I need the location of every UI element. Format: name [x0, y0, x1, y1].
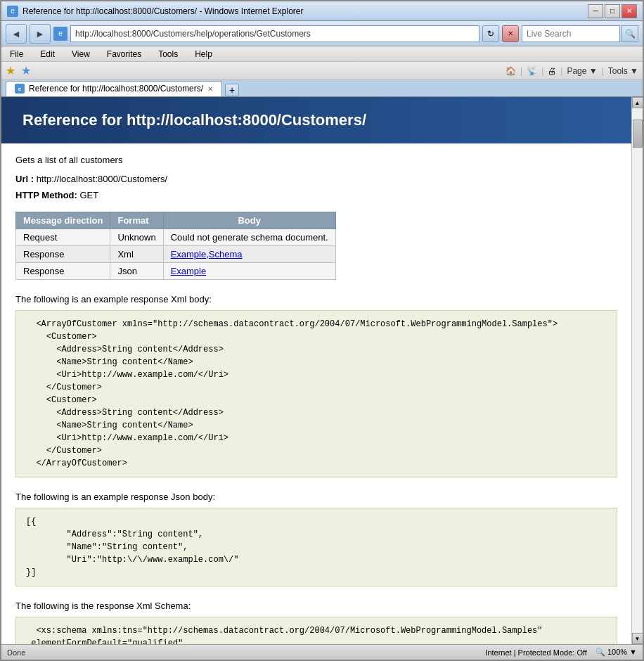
close-button[interactable]: ✕: [622, 4, 637, 18]
tab-ie-icon: e: [15, 84, 25, 94]
navigation-bar: ◄ ► e ↻ ✕ 🔍: [1, 21, 643, 46]
page-menu-button[interactable]: Page ▼: [567, 66, 597, 76]
feeds-button[interactable]: 📡: [527, 66, 537, 76]
search-container: 🔍: [522, 25, 638, 42]
scroll-up-arrow[interactable]: ▲: [632, 97, 643, 108]
table-row: Request Unknown Could not generate schem…: [16, 229, 336, 246]
bookmark-star-2[interactable]: ★: [21, 64, 31, 77]
row2-format: Xml: [110, 246, 163, 263]
search-input[interactable]: [522, 25, 620, 42]
window-controls: ─ □ ✕: [588, 4, 637, 18]
address-bar[interactable]: [70, 25, 479, 42]
bookmarks-bar: ★ ★ 🏠 | 📡 | 🖨 | Page ▼ | Tools ▼: [1, 62, 643, 80]
main-tab[interactable]: e Reference for http://localhost:8000/Cu…: [6, 81, 222, 96]
url-line: Url : http://localhost:8000/Customers/: [15, 174, 617, 184]
page-main-title: Reference for http://localhost:8000/Cust…: [22, 111, 366, 129]
json-section-label: The following is an example response Jso…: [15, 492, 617, 502]
menu-help[interactable]: Help: [192, 49, 215, 60]
zoom-level[interactable]: 🔍 100% ▼: [595, 648, 637, 657]
back-button[interactable]: ◄: [6, 24, 27, 44]
col-header-format: Format: [110, 212, 163, 229]
schema-code-block: <xs:schema xmlns:tns="http://schemas.dat…: [15, 617, 617, 644]
description-text: Gets a list of all customers: [15, 155, 122, 165]
separator-1: |: [520, 66, 522, 76]
http-method-line: HTTP Method: GET: [15, 190, 617, 200]
menu-bar: File Edit View Favorites Tools Help: [1, 46, 643, 62]
message-table: Message direction Format Body Request Un…: [15, 212, 336, 280]
refresh-button[interactable]: ↻: [482, 25, 499, 42]
menu-favorites[interactable]: Favorites: [104, 49, 144, 60]
row2-body: Example,Schema: [163, 246, 335, 263]
status-right: Internet | Protected Mode: Off 🔍 100% ▼: [485, 648, 637, 657]
url-label: Url :: [15, 174, 34, 184]
table-row: Response Json Example: [16, 263, 336, 280]
vertical-scrollbar: ▲ ▼: [631, 97, 643, 644]
separator-2: |: [541, 66, 543, 76]
separator-3: |: [560, 66, 562, 76]
security-status: Internet | Protected Mode: Off: [485, 648, 587, 657]
menu-view[interactable]: View: [69, 49, 93, 60]
row3-format: Json: [110, 263, 163, 280]
tab-label: Reference for http://localhost:8000/Cust…: [29, 84, 203, 94]
col-header-body: Body: [163, 212, 335, 229]
browser-window: e Reference for http://localhost:8000/Cu…: [0, 0, 644, 661]
search-button[interactable]: 🔍: [622, 25, 638, 42]
address-ie-icon: e: [53, 27, 67, 41]
page-description: Gets a list of all customers: [15, 155, 617, 165]
menu-file[interactable]: File: [7, 49, 26, 60]
scroll-thumb[interactable]: [633, 120, 643, 148]
xml-example-link[interactable]: Example: [171, 249, 207, 259]
content-area: Reference for http://localhost:8000/Cust…: [1, 97, 643, 644]
status-text: Done: [7, 648, 25, 657]
row1-format: Unknown: [110, 229, 163, 246]
row1-direction: Request: [16, 229, 110, 246]
table-row: Response Xml Example,Schema: [16, 246, 336, 263]
col-header-direction: Message direction: [16, 212, 110, 229]
title-bar: e Reference for http://localhost:8000/Cu…: [1, 1, 643, 21]
ie-icon: e: [7, 6, 18, 17]
xml-code-block: <ArrayOfCustomer xmlns="http://schemas.d…: [15, 310, 617, 477]
home-icon[interactable]: 🏠: [505, 66, 516, 76]
row3-body: Example: [163, 263, 335, 280]
url-value: http://localhost:8000/Customers/: [37, 174, 167, 184]
xml-schema-link[interactable]: Schema: [209, 249, 243, 259]
maximize-button[interactable]: □: [605, 4, 620, 18]
forward-button[interactable]: ►: [30, 24, 51, 44]
row1-body: Could not generate schema document.: [163, 229, 335, 246]
xml-section-label: The following is an example response Xml…: [15, 294, 617, 304]
page-header-banner: Reference for http://localhost:8000/Cust…: [1, 97, 631, 143]
tab-close-button[interactable]: ✕: [207, 85, 213, 93]
window-title: Reference for http://localhost:8000/Cust…: [22, 6, 304, 16]
new-tab-button[interactable]: +: [225, 84, 239, 96]
separator-4: |: [602, 66, 604, 76]
row2-direction: Response: [16, 246, 110, 263]
tab-bar: e Reference for http://localhost:8000/Cu…: [1, 80, 643, 97]
json-example-link[interactable]: Example: [171, 266, 207, 276]
print-button[interactable]: 🖨: [548, 66, 556, 76]
bookmark-star-1[interactable]: ★: [6, 64, 15, 77]
scroll-down-arrow[interactable]: ▼: [632, 633, 643, 644]
schema-section-label: The following is the response Xml Schema…: [15, 601, 617, 611]
status-bar: Done Internet | Protected Mode: Off 🔍 10…: [1, 644, 643, 660]
address-bar-container: e ↻ ✕: [53, 25, 519, 42]
row3-direction: Response: [16, 263, 110, 280]
minimize-button[interactable]: ─: [588, 4, 603, 18]
http-method-value: GET: [79, 190, 98, 200]
menu-edit[interactable]: Edit: [37, 49, 58, 60]
menu-tools[interactable]: Tools: [155, 49, 181, 60]
tools-menu-button[interactable]: Tools ▼: [608, 66, 638, 76]
http-method-label: HTTP Method:: [15, 190, 77, 200]
page-body: Gets a list of all customers Url : http:…: [1, 155, 631, 644]
stop-button[interactable]: ✕: [502, 25, 519, 42]
json-code-block: [{ "Address":"String content", "Name":"S…: [15, 508, 617, 586]
page-content: Reference for http://localhost:8000/Cust…: [1, 97, 631, 644]
